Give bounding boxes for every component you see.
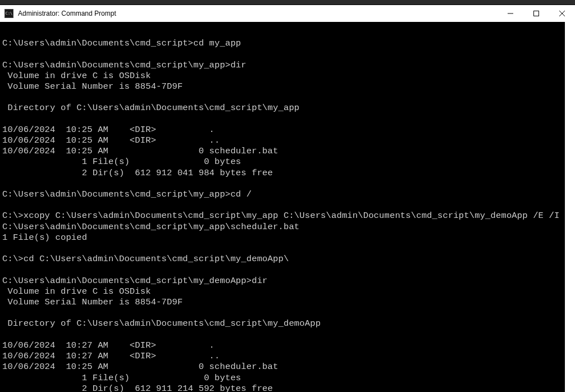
terminal-line: [2, 114, 573, 125]
window-right-edge: [565, 5, 575, 392]
terminal-line: [2, 200, 573, 211]
terminal-line: C:\>xcopy C:\Users\admin\Documents\cmd_s…: [2, 211, 573, 221]
window-controls: [498, 5, 575, 22]
terminal-line: C:\Users\admin\Documents\cmd_script\my_a…: [2, 222, 573, 233]
svg-rect-1: [534, 11, 539, 16]
terminal-line: 1 File(s) 0 bytes: [2, 373, 573, 384]
window-title: Administrator: Command Prompt: [18, 10, 498, 17]
terminal-line: [2, 179, 573, 189]
terminal-line: [2, 92, 573, 103]
terminal-line: 10/06/2024 10:27 AM <DIR> .: [2, 340, 573, 351]
terminal-line: [2, 49, 573, 60]
cmd-app-icon: C:\: [4, 9, 13, 18]
terminal-line: Directory of C:\Users\admin\Documents\cm…: [2, 318, 573, 329]
minimize-button[interactable]: [498, 5, 523, 22]
terminal-line: Volume in drive C is OSDisk: [2, 71, 573, 81]
terminal-line: Volume Serial Number is 8854-7D9F: [2, 81, 573, 92]
terminal-line: C:\Users\admin\Documents\cmd_script\my_d…: [2, 276, 573, 286]
terminal-line: 2 Dir(s) 612 912 041 984 bytes free: [2, 168, 573, 179]
terminal-line: C:\Users\admin\Documents\cmd_script\my_a…: [2, 60, 573, 71]
terminal-line: 10/06/2024 10:25 AM 0 scheduler.bat: [2, 362, 573, 372]
terminal-line: 1 File(s) copied: [2, 233, 573, 243]
terminal-line: C:\Users\admin\Documents\cmd_script\my_a…: [2, 189, 573, 200]
terminal-line: [2, 28, 573, 38]
terminal-line: C:\>cd C:\Users\admin\Documents\cmd_scri…: [2, 254, 573, 265]
terminal-line: [2, 308, 573, 318]
terminal-line: 1 File(s) 0 bytes: [2, 157, 573, 167]
terminal-line: Directory of C:\Users\admin\Documents\cm…: [2, 103, 573, 113]
terminal-output[interactable]: C:\Users\admin\Documents\cmd_script>cd m…: [0, 22, 575, 392]
terminal-line: [2, 243, 573, 254]
terminal-line: Volume Serial Number is 8854-7D9F: [2, 297, 573, 308]
terminal-line: Volume in drive C is OSDisk: [2, 286, 573, 297]
terminal-line: 10/06/2024 10:25 AM <DIR> ..: [2, 135, 573, 146]
browser-tab-strip: [0, 0, 575, 5]
terminal-line: 10/06/2024 10:25 AM <DIR> .: [2, 125, 573, 135]
terminal-line: C:\Users\admin\Documents\cmd_script>cd m…: [2, 38, 573, 49]
terminal-line: 10/06/2024 10:25 AM 0 scheduler.bat: [2, 146, 573, 157]
terminal-line: 2 Dir(s) 612 911 214 592 bytes free: [2, 384, 573, 392]
maximize-button[interactable]: [523, 5, 549, 22]
terminal-line: [2, 265, 573, 275]
terminal-line: [2, 330, 573, 340]
window-titlebar[interactable]: C:\ Administrator: Command Prompt: [0, 5, 575, 22]
terminal-line: 10/06/2024 10:27 AM <DIR> ..: [2, 351, 573, 362]
